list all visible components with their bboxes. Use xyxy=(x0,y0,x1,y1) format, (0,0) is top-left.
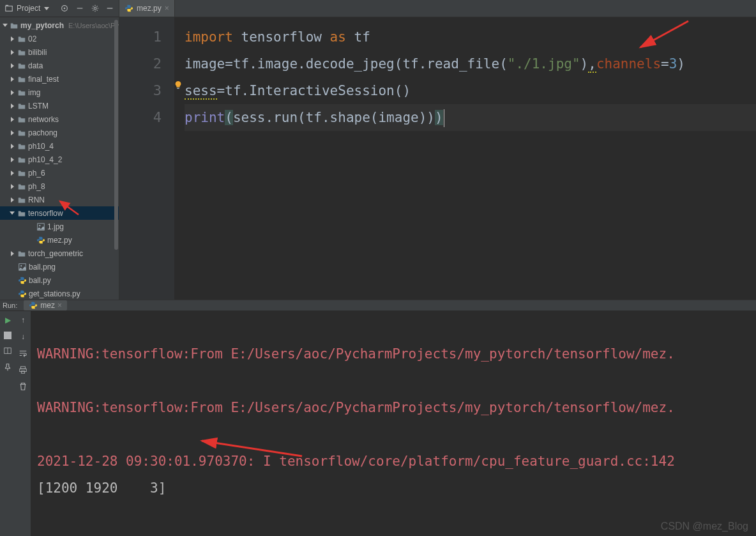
target-icon[interactable] xyxy=(59,3,70,13)
folder-icon xyxy=(17,115,26,124)
close-icon[interactable]: × xyxy=(57,301,62,310)
print-icon[interactable] xyxy=(18,365,28,375)
tree-row-folder[interactable]: LSTM xyxy=(0,99,119,112)
tree-file-label: ball.py xyxy=(29,276,51,285)
tab-mez[interactable]: mez.py × xyxy=(119,0,175,17)
tree-row-tensorflow[interactable]: tensorflow xyxy=(0,206,119,220)
tree-folder-label: pachong xyxy=(28,128,57,137)
chevron-right-icon xyxy=(11,50,14,55)
line-gutter: 1 2 3 4 xyxy=(119,17,174,300)
tree-row-folder[interactable]: img xyxy=(0,86,119,99)
folder-icon xyxy=(17,48,26,57)
tab-label: mez.py xyxy=(137,4,162,13)
tree-row-file[interactable]: get_stations.py xyxy=(0,287,119,300)
chevron-right-icon xyxy=(11,130,14,135)
code-pane[interactable]: 1 2 3 4 import tensorflow as tf image=tf… xyxy=(119,17,756,300)
tree-row-folder[interactable]: ph10_4_2 xyxy=(0,153,119,166)
tree-folder-label: LSTM xyxy=(28,102,49,111)
collapse-icon[interactable] xyxy=(75,3,85,13)
lightbulb-icon[interactable] xyxy=(174,80,183,89)
tree-row-root[interactable]: my_pytorch E:\Users\aoc\Pyc xyxy=(0,19,119,32)
code-body[interactable]: import tensorflow as tf image=tf.image.d… xyxy=(174,17,756,300)
arrow-up-icon[interactable]: ↑ xyxy=(18,315,28,325)
stop-icon[interactable] xyxy=(4,332,11,339)
tree-row-folder[interactable]: RNN xyxy=(0,193,119,206)
tree-row-folder[interactable]: 02 xyxy=(0,32,119,45)
tree-row-folder[interactable]: networks xyxy=(0,112,119,126)
project-selector[interactable]: Project xyxy=(4,3,49,13)
tree-folder-label: img xyxy=(28,88,40,97)
chevron-right-icon xyxy=(11,117,14,122)
python-file-icon xyxy=(18,289,27,298)
folder-icon xyxy=(17,75,26,84)
console-line: WARNING:tensorflow:From E:/Users/aoc/Pyc… xyxy=(37,346,675,362)
chevron-right-icon xyxy=(11,63,14,68)
tree-row-file[interactable]: ball.png xyxy=(0,260,119,273)
run-play-icon[interactable]: ▶ xyxy=(3,315,13,325)
trash-icon[interactable] xyxy=(18,381,28,392)
watermark: CSDN @mez_Blog xyxy=(661,521,748,532)
wrap-icon[interactable] xyxy=(18,348,28,358)
chevron-right-icon xyxy=(11,90,14,95)
chevron-right-icon xyxy=(11,157,14,162)
tree-folder-label: torch_geometric xyxy=(28,249,83,258)
tree-row-folder[interactable]: ph_6 xyxy=(0,166,119,180)
tree-folder-label: data xyxy=(28,61,43,70)
tree-row-file[interactable]: ball.py xyxy=(0,273,119,287)
run-label: Run: xyxy=(3,302,17,309)
svg-rect-1 xyxy=(6,5,8,6)
svg-rect-0 xyxy=(6,6,13,11)
chevron-down-icon xyxy=(10,211,15,215)
python-file-icon xyxy=(36,236,45,245)
close-icon[interactable]: × xyxy=(165,4,169,13)
svg-point-10 xyxy=(20,265,22,266)
gear-icon[interactable] xyxy=(90,3,100,13)
tree-row-folder[interactable]: torch_geometric xyxy=(0,247,119,260)
image-file-icon xyxy=(36,222,45,231)
tree-row-folder[interactable]: ph10_4 xyxy=(0,139,119,153)
console-line: WARNING:tensorflow:From E:/Users/aoc/Pyc… xyxy=(37,400,675,415)
line-number: 2 xyxy=(119,50,162,77)
run-config-tab[interactable]: mez × xyxy=(24,300,67,310)
tree-root-label: my_pytorch xyxy=(20,21,64,30)
pin-icon[interactable] xyxy=(3,362,13,372)
arrow-down-icon[interactable]: ↓ xyxy=(18,332,28,342)
folder-icon xyxy=(17,142,26,151)
tree-row-folder[interactable]: ph_8 xyxy=(0,180,119,193)
project-tree[interactable]: my_pytorch E:\Users\aoc\Pyc 02bilibilida… xyxy=(0,17,119,300)
folder-icon xyxy=(17,155,26,164)
tree-row-folder[interactable]: pachong xyxy=(0,126,119,139)
folder-icon xyxy=(17,102,26,111)
tree-label-tensorflow: tensorflow xyxy=(28,209,63,218)
code-line-1: import tensorflow as tf xyxy=(185,24,756,50)
folder-icon xyxy=(17,128,26,137)
folder-icon xyxy=(10,21,19,30)
layout-icon[interactable] xyxy=(3,346,13,356)
svg-rect-16 xyxy=(21,367,26,369)
chevron-right-icon xyxy=(11,184,14,189)
tree-folder-label: ph_6 xyxy=(28,169,45,178)
tree-row-folder[interactable]: data xyxy=(0,59,119,72)
svg-point-3 xyxy=(64,8,66,10)
image-file-icon xyxy=(18,263,27,272)
code-line-3: sess=tf.InteractiveSession() xyxy=(185,77,756,104)
python-file-icon xyxy=(125,4,133,13)
tree-folder-label: ph10_4_2 xyxy=(28,155,62,164)
tree-folder-label: bilibili xyxy=(28,48,47,57)
code-line-2: image=tf.image.decode_jpeg(tf.read_file(… xyxy=(185,50,756,77)
hide-icon[interactable] xyxy=(105,3,115,13)
code-line-4: print(sess.run(tf.shape(image))) xyxy=(185,104,756,131)
svg-point-5 xyxy=(94,7,96,10)
tree-row-file[interactable]: 1.jpg xyxy=(0,220,119,233)
tree-row-folder[interactable]: final_test xyxy=(0,72,119,86)
tree-row-folder[interactable]: bilibili xyxy=(0,45,119,59)
folder-icon xyxy=(17,182,26,191)
console-output[interactable]: WARNING:tensorflow:From E:/Users/aoc/Pyc… xyxy=(31,311,756,536)
chevron-right-icon xyxy=(11,36,14,42)
tree-folder-label: RNN xyxy=(28,195,45,204)
console-line: 2021-12-28 09:30:01.970370: I tensorflow… xyxy=(37,454,675,469)
tree-row-file[interactable]: mez.py xyxy=(0,233,119,247)
folder-icon xyxy=(17,249,26,258)
scrollbar-thumb[interactable] xyxy=(114,20,118,250)
line-number: 4 xyxy=(119,104,162,131)
